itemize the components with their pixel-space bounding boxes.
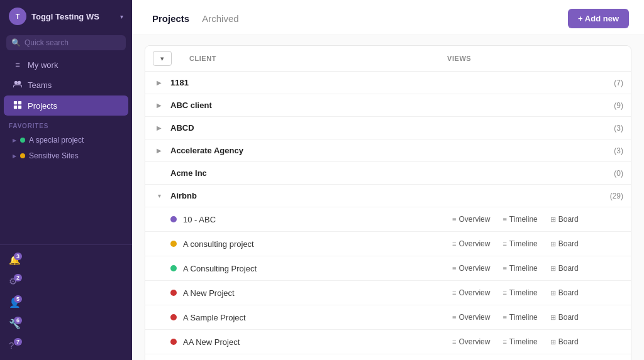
client-row-1181[interactable]: ▶ 1181 (7) xyxy=(145,72,631,94)
timeline-button[interactable]: ≡Timeline xyxy=(497,262,542,275)
timeline-button[interactable]: ≡Timeline xyxy=(497,213,542,226)
fav-item-special-project[interactable]: ▶ A special project xyxy=(4,133,128,148)
header-tabs: Projects Archived xyxy=(147,11,244,26)
client-row-airbnb[interactable]: ▾ Airbnb (29) xyxy=(145,185,631,207)
board-button[interactable]: ⊞Board xyxy=(545,335,584,348)
overview-button[interactable]: ≡Overview xyxy=(447,262,495,275)
project-row: A New Project ≡Overview ≡Timeline ⊞Board xyxy=(145,281,631,305)
search-input[interactable] xyxy=(25,38,121,47)
board-icon: ⊞ xyxy=(550,240,556,248)
sidebar-bottom: 🔔 3 ⚙ 2 👤 5 🔧 6 ? 7 xyxy=(0,244,132,360)
main-header: Projects Archived + Add new xyxy=(132,0,644,35)
project-color-dot xyxy=(170,339,177,345)
tab-projects[interactable]: Projects xyxy=(147,11,194,26)
project-color-dot xyxy=(170,216,177,222)
workspace-header[interactable]: T Toggl Testing WS ▾ xyxy=(0,0,132,33)
client-row-acme[interactable]: ▶ Acme Inc (0) xyxy=(145,162,631,185)
fav-dot xyxy=(20,153,25,158)
client-count: (3) xyxy=(614,146,623,155)
collapse-all-button[interactable]: ▾ xyxy=(153,51,172,66)
overview-button[interactable]: ≡Overview xyxy=(447,311,495,324)
timeline-button[interactable]: ≡Timeline xyxy=(497,286,542,299)
fav-item-sensitive-sites[interactable]: ▶ Sensitive Sites xyxy=(4,148,128,163)
fav-item-label: Sensitive Sites xyxy=(29,151,79,160)
fav-item-label: A special project xyxy=(29,136,84,145)
project-name: A consulting project xyxy=(183,239,447,249)
client-name: Accelerate Agency xyxy=(165,146,611,155)
project-views: ≡Overview ≡Timeline ⊞Board xyxy=(447,262,623,275)
sidebar-item-teams[interactable]: Teams + xyxy=(4,75,128,95)
overview-button[interactable]: ≡Overview xyxy=(447,213,495,226)
projects-icon xyxy=(13,101,23,111)
client-row-abcd[interactable]: ▶ ABCD (3) xyxy=(145,117,631,139)
svg-rect-4 xyxy=(14,105,17,108)
project-row: A Consulting Project ≡Overview ≡Timeline… xyxy=(145,256,631,281)
table-container: ▾ CLIENT VIEWS ▶ 1181 (7) ▶ ABC client (… xyxy=(132,35,644,360)
client-count: (29) xyxy=(610,192,623,200)
sidebar-item-label: Projects xyxy=(28,101,109,111)
project-views: ≡Overview ≡Timeline ⊞Board xyxy=(447,311,623,324)
settings-badge: 2 xyxy=(14,274,22,281)
project-color-dot xyxy=(170,314,177,320)
board-button[interactable]: ⊞Board xyxy=(545,311,584,324)
search-bar[interactable]: 🔍 xyxy=(6,35,126,50)
workspace-name: Toggl Testing WS xyxy=(31,12,115,21)
overview-icon: ≡ xyxy=(452,289,456,297)
project-color-dot xyxy=(170,241,177,247)
sidebar-item-label: My work xyxy=(28,60,119,70)
client-count: (3) xyxy=(614,124,623,133)
overview-icon: ≡ xyxy=(452,215,456,223)
teams-icon xyxy=(13,80,23,90)
tab-archived[interactable]: Archived xyxy=(197,11,243,26)
my-work-icon: ≡ xyxy=(13,60,23,70)
project-views: ≡Overview ≡Timeline ⊞Board xyxy=(447,286,623,299)
tools-button[interactable]: 🔧 6 xyxy=(0,314,132,334)
sidebar-item-projects[interactable]: Projects + xyxy=(4,95,128,116)
table-header: ▾ CLIENT VIEWS xyxy=(145,46,631,72)
projects-table: ▾ CLIENT VIEWS ▶ 1181 (7) ▶ ABC client (… xyxy=(145,45,631,360)
team-button[interactable]: 👤 5 xyxy=(0,293,132,313)
client-count: (0) xyxy=(614,169,623,178)
timeline-icon: ≡ xyxy=(502,240,506,248)
board-button[interactable]: ⊞Board xyxy=(545,286,584,299)
timeline-button[interactable]: ≡Timeline xyxy=(497,311,542,324)
client-name: ABC client xyxy=(165,101,611,110)
timeline-icon: ≡ xyxy=(502,314,506,321)
client-count: (9) xyxy=(614,101,623,110)
timeline-icon: ≡ xyxy=(502,215,506,223)
help-button[interactable]: ? 7 xyxy=(0,335,132,355)
timeline-icon: ≡ xyxy=(502,265,506,272)
overview-icon: ≡ xyxy=(452,240,456,248)
client-name: 1181 xyxy=(165,78,611,87)
fav-chevron-icon: ▶ xyxy=(13,153,16,159)
sidebar-item-my-work[interactable]: ≡ My work xyxy=(4,56,128,74)
overview-button[interactable]: ≡Overview xyxy=(447,286,495,299)
help-badge: 7 xyxy=(14,338,22,346)
svg-rect-3 xyxy=(18,101,21,104)
fav-dot xyxy=(20,138,25,143)
overview-icon: ≡ xyxy=(452,265,456,272)
client-row-agency[interactable]: ▶ Accelerate Agency (3) xyxy=(145,139,631,162)
board-button[interactable]: ⊞Board xyxy=(545,213,584,226)
board-icon: ⊞ xyxy=(550,314,556,322)
board-icon: ⊞ xyxy=(550,265,556,273)
overview-button[interactable]: ≡Overview xyxy=(447,335,495,348)
favorites-label: FAVORITES xyxy=(0,116,132,132)
settings-button[interactable]: ⚙ 2 xyxy=(0,271,132,292)
overview-icon: ≡ xyxy=(452,314,456,321)
client-chevron-icon: ▶ xyxy=(153,102,165,109)
overview-button[interactable]: ≡Overview xyxy=(447,237,495,250)
board-button[interactable]: ⊞Board xyxy=(545,237,584,250)
client-row-abc[interactable]: ▶ ABC client (9) xyxy=(145,94,631,117)
board-button[interactable]: ⊞Board xyxy=(545,262,584,275)
timeline-button[interactable]: ≡Timeline xyxy=(497,237,542,250)
add-new-button[interactable]: + Add new xyxy=(568,9,629,28)
timeline-button[interactable]: ≡Timeline xyxy=(497,335,542,348)
workspace-chevron-icon: ▾ xyxy=(120,13,123,20)
board-icon: ⊞ xyxy=(550,215,556,224)
client-chevron-icon: ▶ xyxy=(153,124,165,131)
fav-chevron-icon: ▶ xyxy=(13,138,16,143)
workspace-avatar: T xyxy=(9,8,26,25)
team-badge: 5 xyxy=(14,295,22,303)
notifications-button[interactable]: 🔔 3 xyxy=(0,250,132,270)
